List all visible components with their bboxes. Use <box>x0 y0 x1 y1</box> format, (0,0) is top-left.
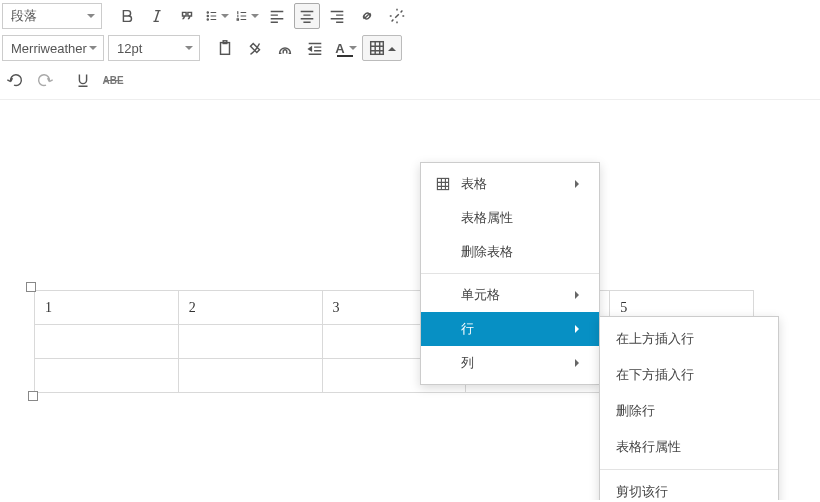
table-icon <box>435 176 453 192</box>
table-dropdown-button[interactable] <box>362 35 402 61</box>
table-cell[interactable] <box>178 325 322 359</box>
svg-rect-5 <box>371 42 384 55</box>
paragraph-select[interactable]: 段落 <box>2 3 102 29</box>
redo-button[interactable] <box>32 67 58 93</box>
menu-label: 在下方插入行 <box>616 366 694 384</box>
menu-label: 单元格 <box>461 286 500 304</box>
bold-button[interactable] <box>114 3 140 29</box>
number-list-button[interactable] <box>234 3 260 29</box>
toolbar-row-2: Merriweather 12pt A <box>0 32 820 64</box>
font-size-select[interactable]: 12pt <box>108 35 200 61</box>
table-handle-top-left[interactable] <box>26 282 36 292</box>
menu-label: 表格行属性 <box>616 438 681 456</box>
font-family-select[interactable]: Merriweather <box>2 35 104 61</box>
paragraph-select-label: 段落 <box>11 7 37 25</box>
font-size-label: 12pt <box>117 41 142 56</box>
table-cell[interactable] <box>35 359 179 393</box>
menu-label: 在上方插入行 <box>616 330 694 348</box>
strike-button[interactable]: ABE <box>100 67 126 93</box>
italic-button[interactable] <box>144 3 170 29</box>
menu-item-delete-table[interactable]: 删除表格 <box>421 235 599 269</box>
menu-separator <box>600 469 778 470</box>
unlink-button[interactable] <box>384 3 410 29</box>
menu-label: 表格 <box>461 175 487 193</box>
menu-label: 剪切该行 <box>616 483 668 500</box>
toolbar-row-3: ABE <box>0 64 820 100</box>
menu-item-table-props[interactable]: 表格属性 <box>421 201 599 235</box>
font-family-label: Merriweather <box>11 41 87 56</box>
align-right-button[interactable] <box>324 3 350 29</box>
menu-label: 表格属性 <box>461 209 513 227</box>
submenu-arrow-icon <box>575 291 583 299</box>
menu-separator <box>421 273 599 274</box>
quote-button[interactable] <box>174 3 200 29</box>
menu-item-delete-row[interactable]: 删除行 <box>600 393 778 429</box>
align-center-button[interactable] <box>294 3 320 29</box>
submenu-arrow-icon <box>575 180 583 188</box>
submenu-arrow-icon <box>575 359 583 367</box>
menu-item-table[interactable]: 表格 <box>421 167 599 201</box>
menu-label: 列 <box>461 354 474 372</box>
menu-item-cut-row[interactable]: 剪切该行 <box>600 474 778 500</box>
menu-item-row-props[interactable]: 表格行属性 <box>600 429 778 465</box>
table-cell[interactable] <box>178 359 322 393</box>
menu-item-insert-row-above[interactable]: 在上方插入行 <box>600 321 778 357</box>
link-button[interactable] <box>354 3 380 29</box>
bullet-list-button[interactable] <box>204 3 230 29</box>
undo-button[interactable] <box>2 67 28 93</box>
menu-label: 行 <box>461 320 474 338</box>
align-left-button[interactable] <box>264 3 290 29</box>
menu-item-row[interactable]: 行 <box>421 312 599 346</box>
underline-button[interactable] <box>70 67 96 93</box>
paste-text-button[interactable] <box>212 35 238 61</box>
table-cell[interactable]: 1 <box>35 291 179 325</box>
text-color-button[interactable]: A <box>332 35 358 61</box>
row-submenu: 在上方插入行 在下方插入行 删除行 表格行属性 剪切该行 复制该行 在上方粘贴表… <box>599 316 779 500</box>
table-handle-bottom-right[interactable] <box>28 391 38 401</box>
outdent-button[interactable] <box>302 35 328 61</box>
table-cell[interactable] <box>35 325 179 359</box>
svg-rect-6 <box>437 178 448 189</box>
svg-point-2 <box>207 19 208 20</box>
menu-label: 删除行 <box>616 402 655 420</box>
menu-label: 删除表格 <box>461 243 513 261</box>
editor-content[interactable]: 1 2 3 4 5 <box>0 100 820 500</box>
svg-rect-3 <box>221 43 230 55</box>
menu-item-column[interactable]: 列 <box>421 346 599 380</box>
table-icon <box>368 39 386 57</box>
caret-up-icon <box>388 43 396 51</box>
submenu-arrow-icon <box>575 325 583 333</box>
toolbar-row-1: 段落 <box>0 0 820 32</box>
table-cell[interactable]: 2 <box>178 291 322 325</box>
clear-format-button[interactable] <box>242 35 268 61</box>
menu-item-cell[interactable]: 单元格 <box>421 278 599 312</box>
menu-item-insert-row-below[interactable]: 在下方插入行 <box>600 357 778 393</box>
special-char-button[interactable] <box>272 35 298 61</box>
svg-point-0 <box>207 12 208 13</box>
svg-point-1 <box>207 15 208 16</box>
table-menu: 表格 表格属性 删除表格 单元格 行 列 <box>420 162 600 385</box>
